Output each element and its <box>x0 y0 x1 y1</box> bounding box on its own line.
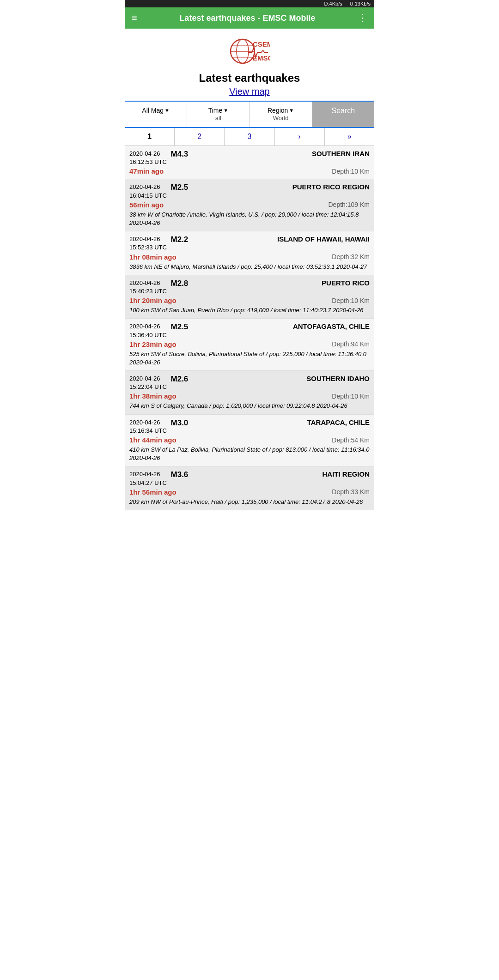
earthquake-row[interactable]: 2020-04-2616:04:15 UTC M2.5 PUERTO RICO … <box>125 179 374 231</box>
earthquake-datetime: 2020-04-2615:16:34 UTC <box>129 418 167 435</box>
earthquake-ago: 1hr 44min ago <box>129 436 176 444</box>
earthquake-ago: 1hr 20min ago <box>129 296 176 304</box>
earthquake-detail: 100 km SW of San Juan, Puerto Rico / pop… <box>129 306 370 315</box>
status-bar: D:4Kb/s U:13Kb/s <box>125 0 374 7</box>
download-speed: D:4Kb/s <box>324 1 342 6</box>
earthquake-magnitude: M2.5 <box>167 322 192 332</box>
earthquake-depth: Depth:109 Km <box>329 201 370 208</box>
earthquake-ago: 1hr 38min ago <box>129 392 176 400</box>
earthquake-list: 2020-04-2616:12:53 UTC M4.3 SOUTHERN IRA… <box>125 146 374 510</box>
magnitude-filter[interactable]: All Mag ▼ <box>125 102 187 127</box>
earthquake-datetime: 2020-04-2615:36:40 UTC <box>129 322 167 339</box>
earthquake-row[interactable]: 2020-04-2616:12:53 UTC M4.3 SOUTHERN IRA… <box>125 146 374 179</box>
earthquake-magnitude: M2.6 <box>167 375 192 384</box>
earthquake-depth: Depth:10 Km <box>332 168 370 175</box>
earthquake-depth: Depth:10 Km <box>332 393 370 400</box>
earthquake-region: SOUTHERN IDAHO <box>192 375 370 382</box>
earthquake-magnitude: M2.8 <box>167 279 192 288</box>
earthquake-region: PUERTO RICO REGION <box>192 183 370 191</box>
earthquake-depth: Depth:10 Km <box>332 297 370 304</box>
page-last-button[interactable]: » <box>325 128 374 145</box>
earthquake-detail: 525 km SW of Sucre, Bolivia, Plurination… <box>129 350 370 367</box>
magnitude-arrow-icon: ▼ <box>164 107 170 114</box>
earthquake-region: ISLAND OF HAWAII, HAWAII <box>192 235 370 243</box>
svg-text:CSEM: CSEM <box>253 40 270 48</box>
earthquake-row[interactable]: 2020-04-2615:22:04 UTC M2.6 SOUTHERN IDA… <box>125 371 374 415</box>
earthquake-magnitude: M3.6 <box>167 470 192 479</box>
earthquake-magnitude: M4.3 <box>167 150 192 159</box>
earthquake-magnitude: M2.5 <box>167 183 192 192</box>
earthquake-ago: 1hr 23min ago <box>129 340 176 348</box>
earthquake-region: TARAPACA, CHILE <box>192 418 370 426</box>
earthquake-detail: 38 km W of Charlotte Amalie, Virgin Isla… <box>129 211 370 227</box>
earthquake-ago: 47min ago <box>129 167 164 175</box>
earthquake-ago: 1hr 56min ago <box>129 488 176 496</box>
earthquake-ago: 1hr 08min ago <box>129 253 176 261</box>
logo: CSEM EMSC <box>229 35 270 67</box>
earthquake-row[interactable]: 2020-04-2615:16:34 UTC M3.0 TARAPACA, CH… <box>125 415 374 467</box>
earthquake-depth: Depth:32 Km <box>332 253 370 260</box>
earthquake-datetime: 2020-04-2615:22:04 UTC <box>129 375 167 391</box>
page-3-button[interactable]: 3 <box>225 128 274 145</box>
more-options-icon[interactable]: ⋮ <box>358 12 368 24</box>
region-filter[interactable]: Region ▼ World <box>250 102 312 127</box>
earthquake-region: PUERTO RICO <box>192 279 370 287</box>
earthquake-row[interactable]: 2020-04-2615:04:27 UTC M3.6 HAITI REGION… <box>125 466 374 510</box>
earthquake-datetime: 2020-04-2615:04:27 UTC <box>129 470 167 487</box>
earthquake-depth: Depth:54 Km <box>332 436 370 444</box>
earthquake-magnitude: M3.0 <box>167 418 192 428</box>
page-title: Latest earthquakes <box>128 72 371 85</box>
earthquake-detail: 209 km NW of Port-au-Prince, Haiti / pop… <box>129 498 370 506</box>
hamburger-menu-icon[interactable]: ≡ <box>131 12 137 24</box>
time-filter[interactable]: Time ▼ all <box>187 102 250 127</box>
time-arrow-icon: ▼ <box>223 107 228 114</box>
page-1-button[interactable]: 1 <box>125 128 175 145</box>
earthquake-datetime: 2020-04-2616:12:53 UTC <box>129 150 167 166</box>
upload-speed: U:13Kb/s <box>350 1 371 6</box>
earthquake-ago: 56min ago <box>129 201 164 209</box>
page-2-button[interactable]: 2 <box>175 128 225 145</box>
earthquake-region: HAITI REGION <box>192 470 370 478</box>
svg-text:EMSC: EMSC <box>253 54 270 62</box>
filter-bar: All Mag ▼ Time ▼ all Region ▼ World Sear… <box>125 101 374 128</box>
earthquake-detail: 3836 km NE of Majuro, Marshall Islands /… <box>129 263 370 271</box>
app-bar-title: Latest earthquakes - EMSC Mobile <box>137 13 358 23</box>
view-map-link[interactable]: View map <box>128 86 371 97</box>
earthquake-depth: Depth:94 Km <box>332 340 370 348</box>
earthquake-detail: 410 km SW of La Paz, Bolivia, Plurinatio… <box>129 446 370 462</box>
earthquake-detail: 744 km S of Calgary, Canada / pop: 1,020… <box>129 402 370 410</box>
earthquake-row[interactable]: 2020-04-2615:36:40 UTC M2.5 ANTOFAGASTA,… <box>125 319 374 371</box>
earthquake-region: SOUTHERN IRAN <box>192 150 370 157</box>
search-button[interactable]: Search <box>312 102 374 127</box>
region-arrow-icon: ▼ <box>289 107 294 114</box>
header-section: CSEM EMSC Latest earthquakes View map <box>125 29 374 101</box>
earthquake-row[interactable]: 2020-04-2615:52:33 UTC M2.2 ISLAND OF HA… <box>125 231 374 275</box>
earthquake-region: ANTOFAGASTA, CHILE <box>192 322 370 330</box>
app-bar: ≡ Latest earthquakes - EMSC Mobile ⋮ <box>125 7 374 29</box>
earthquake-datetime: 2020-04-2615:40:23 UTC <box>129 279 167 296</box>
earthquake-depth: Depth:33 Km <box>332 488 370 496</box>
earthquake-datetime: 2020-04-2615:52:33 UTC <box>129 235 167 252</box>
pagination: 1 2 3 › » <box>125 128 374 146</box>
page-next-button[interactable]: › <box>275 128 325 145</box>
earthquake-row[interactable]: 2020-04-2615:40:23 UTC M2.8 PUERTO RICO … <box>125 275 374 319</box>
earthquake-datetime: 2020-04-2616:04:15 UTC <box>129 183 167 200</box>
earthquake-magnitude: M2.2 <box>167 235 192 244</box>
